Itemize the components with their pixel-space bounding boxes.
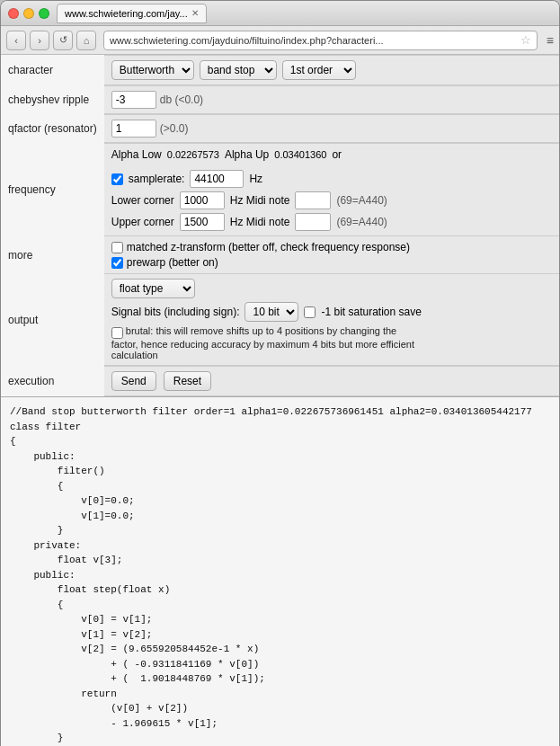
upper-corner-row: Upper corner Hz Midi note (69=A440) (111, 213, 552, 231)
qfactor-input[interactable] (111, 120, 156, 138)
samplerate-label: samplerate: (129, 173, 185, 185)
address-text: www.schwietering.com/jayduino/filtuino/i… (110, 35, 517, 46)
maximize-button[interactable] (39, 8, 49, 19)
lower-midi-hint: (69=A440) (336, 194, 387, 207)
order-select[interactable]: 1st order 2nd order 3rd order (282, 60, 356, 80)
frequency-value-cell: Alpha Low 0.02267573 Alpha Up 0.03401360… (104, 144, 559, 236)
send-button[interactable]: Send (111, 371, 156, 391)
address-bar[interactable]: www.schwietering.com/jayduino/filtuino/i… (103, 31, 538, 50)
active-tab[interactable]: www.schwietering.com/jay... ✕ (57, 4, 207, 23)
reset-button[interactable]: Reset (164, 371, 211, 391)
alpha-low-label: Alpha Low (111, 148, 162, 161)
tab-label: www.schwietering.com/jay... (65, 8, 188, 19)
prewarp-checkbox[interactable] (111, 257, 123, 269)
bookmark-icon[interactable]: ☆ (520, 33, 531, 47)
band-stop-select[interactable]: band stop low pass high pass band pass (200, 60, 277, 80)
prewarp-row: prewarp (better on) (111, 256, 552, 269)
qfactor-value-cell: (>0.0) (104, 114, 559, 143)
refresh-button[interactable]: ↺ (53, 31, 73, 50)
lower-corner-input[interactable] (180, 191, 225, 209)
alpha-low-value: 0.02267573 (167, 149, 219, 160)
lower-corner-label: Lower corner (111, 194, 174, 207)
browser-window: www.schwietering.com/jay... ✕ ‹ › ↺ ⌂ ww… (0, 0, 560, 746)
signal-bits-row: Signal bits (including sign): 8 bit 10 b… (111, 302, 552, 322)
execution-row: execution Send Reset (1, 366, 559, 397)
more-row: more matched z-transform (better off, ch… (1, 236, 559, 274)
cheby-row: chebyshev ripple db (<0.0) (1, 85, 559, 114)
lower-corner-unit: Hz Midi note (230, 194, 290, 207)
more-inner: matched z-transform (better off, check f… (111, 241, 552, 269)
forward-button[interactable]: › (30, 31, 49, 50)
upper-corner-label: Upper corner (111, 216, 174, 228)
brutal-checkbox[interactable] (111, 327, 123, 339)
character-select[interactable]: Butterworth Chebyshev Bessel (111, 60, 194, 80)
samplerate-unit: Hz (249, 173, 262, 185)
cheby-input[interactable] (111, 91, 156, 109)
alpha-row: Alpha Low 0.02267573 Alpha Up 0.03401360… (111, 148, 552, 161)
menu-icon[interactable]: ≡ (547, 33, 554, 48)
output-row: output float type integer type Signal bi… (1, 274, 559, 366)
lower-corner-row: Lower corner Hz Midi note (69=A440) (111, 191, 552, 209)
more-label: more (1, 236, 104, 274)
samplerate-row: samplerate: Hz (111, 170, 552, 188)
qfactor-unit: (>0.0) (160, 122, 189, 135)
tab-close-icon[interactable]: ✕ (191, 8, 199, 18)
qfactor-label: qfactor (resonator) (1, 114, 104, 144)
output-inner: float type integer type Signal bits (inc… (111, 279, 552, 360)
samplerate-checkbox[interactable] (111, 173, 123, 185)
execution-value-cell: Send Reset (104, 366, 559, 396)
execution-label: execution (1, 366, 104, 397)
samplerate-input[interactable] (190, 170, 244, 188)
form-table: character Butterworth Chebyshev Bessel b… (1, 55, 559, 396)
brutal-text: brutal: this will remove shifts up to 4 … (111, 325, 552, 360)
upper-midi-input[interactable] (295, 213, 331, 231)
alpha-up-value: 0.03401360 (274, 149, 326, 160)
alpha-or: or (332, 148, 342, 161)
matched-z-label: matched z-transform (better off, check f… (127, 241, 410, 253)
character-label: character (1, 55, 104, 85)
cheby-label: chebyshev ripple (1, 85, 104, 114)
output-value-cell: float type integer type Signal bits (inc… (104, 274, 559, 366)
page-content: character Butterworth Chebyshev Bessel b… (1, 55, 559, 746)
saturation-label: -1 bit saturation save (321, 306, 421, 318)
qfactor-row: qfactor (resonator) (>0.0) (1, 114, 559, 144)
character-row: character Butterworth Chebyshev Bessel b… (1, 55, 559, 85)
signal-bits-select[interactable]: 8 bit 10 bit 12 bit 16 bit 24 bit 32 bit (244, 302, 298, 322)
brutal-description: brutal: this will remove shifts up to 4 … (111, 325, 414, 360)
close-button[interactable] (8, 8, 19, 19)
navbar: ‹ › ↺ ⌂ www.schwietering.com/jayduino/fi… (1, 26, 559, 55)
prewarp-label: prewarp (better on) (127, 256, 218, 269)
frequency-label: frequency (1, 144, 104, 236)
more-value-cell: matched z-transform (better off, check f… (104, 236, 559, 274)
signal-bits-label: Signal bits (including sign): (111, 306, 240, 318)
matched-z-row: matched z-transform (better off, check f… (111, 241, 552, 253)
output-label: output (1, 274, 104, 366)
upper-corner-input[interactable] (180, 213, 225, 231)
home-button[interactable]: ⌂ (76, 31, 96, 50)
traffic-lights (8, 8, 49, 19)
alpha-up-label: Alpha Up (225, 148, 269, 161)
saturation-checkbox[interactable] (304, 306, 316, 318)
cheby-value-cell: db (<0.0) (104, 85, 559, 114)
matched-z-checkbox[interactable] (111, 242, 123, 253)
tab-bar: www.schwietering.com/jay... ✕ (57, 4, 552, 23)
cheby-unit: db (<0.0) (160, 93, 203, 106)
character-value-cell: Butterworth Chebyshev Bessel band stop l… (104, 55, 559, 85)
lower-midi-input[interactable] (295, 191, 331, 209)
frequency-inner: Alpha Low 0.02267573 Alpha Up 0.03401360… (111, 148, 552, 231)
back-button[interactable]: ‹ (6, 31, 26, 50)
frequency-row: frequency Alpha Low 0.02267573 Alpha Up … (1, 144, 559, 236)
float-type-select[interactable]: float type integer type (111, 279, 195, 298)
titlebar: www.schwietering.com/jay... ✕ (1, 1, 559, 26)
minimize-button[interactable] (23, 8, 34, 19)
upper-corner-unit: Hz Midi note (230, 216, 290, 228)
upper-midi-hint: (69=A440) (336, 216, 387, 228)
code-output: //Band stop butterworth filter order=1 a… (1, 397, 559, 746)
